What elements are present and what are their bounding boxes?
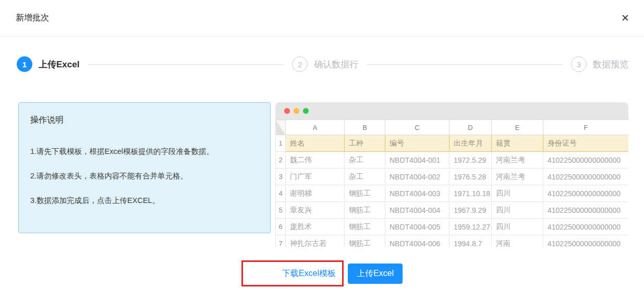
table-row: 6 庞胜术 钢筋工 NBDT4004-005 1959.12.27 四川 410…: [276, 219, 629, 235]
column-letter: D: [449, 120, 492, 135]
header-cell: 身份证号: [543, 135, 629, 152]
table-row: 5 章友兴 钢筋工 NBDT4004-004 1967.9.29 四川 4102…: [276, 202, 629, 219]
cell: 钢筋工: [345, 202, 385, 219]
cell: NBDT4004-003: [385, 185, 449, 202]
instructions-heading: 操作说明: [30, 115, 259, 126]
table-row: 4 谢明梯 钢筋工 NBDT4004-003 1971.10.18 四川 410…: [276, 185, 629, 202]
cell: 杂工: [345, 152, 385, 169]
cell: 410225000000000000: [543, 235, 629, 248]
row-number: 1: [276, 135, 286, 152]
instruction-item: 1.请先下载模板，根据Excel模板提供的字段准备数据。: [30, 147, 259, 157]
cell: 1994.8.7: [449, 235, 492, 248]
stepper: 1 上传Excel 2 确认数据行 3 数据预览: [17, 56, 628, 72]
column-letter: E: [492, 120, 543, 135]
cell: 河南: [492, 235, 543, 248]
close-icon[interactable]: ✕: [619, 11, 631, 25]
step-connector: [88, 64, 284, 65]
header-cell: 出生年月: [449, 135, 492, 152]
step-1-label: 上传Excel: [39, 58, 79, 70]
cell: 庞胜术: [286, 219, 345, 235]
cell: 河南兰考: [492, 169, 543, 185]
cell: 四川: [492, 185, 543, 202]
cell: 钢筋工: [345, 235, 385, 248]
cell: NBDT4004-002: [385, 169, 449, 185]
step-connector: [367, 64, 563, 65]
instruction-item: 2.请勿修改表头，表格内容不能有合并单元格。: [30, 171, 259, 181]
cell: NBDT4004-004: [385, 202, 449, 219]
dialog-header: 新增批次 ✕: [0, 0, 644, 37]
table-row: 3 门广军 杂工 NBDT4004-002 1976.5.28 河南兰考 410…: [276, 169, 629, 185]
step-upload-excel: 1 上传Excel: [17, 56, 79, 72]
cell: 410225000000000000: [543, 152, 629, 169]
header-cell: 籍贯: [492, 135, 543, 152]
dialog-footer: 下载Excel模板 上传Excel: [0, 260, 644, 286]
upload-excel-button[interactable]: 上传Excel: [348, 264, 403, 284]
instructions-panel: 操作说明 1.请先下载模板，根据Excel模板提供的字段准备数据。 2.请勿修改…: [18, 102, 271, 233]
header-cell: 编号: [385, 135, 449, 152]
cell: 神扎尔古若: [286, 235, 345, 248]
step-2-circle: 2: [292, 56, 308, 72]
red-highlight-box: 下载Excel模板: [241, 260, 344, 286]
download-excel-template-button[interactable]: 下载Excel模板: [277, 264, 341, 283]
column-letter: C: [385, 120, 449, 135]
instruction-item: 3.数据添加完成后，点击上传EXCEL。: [30, 196, 259, 206]
cell: 杂工: [345, 169, 385, 185]
row-number: 2: [276, 152, 286, 169]
cell: 魏二伟: [286, 152, 345, 169]
row-number: 3: [276, 169, 286, 185]
select-all-corner: [276, 120, 286, 135]
step-2-label: 确认数据行: [314, 58, 358, 70]
cell: 河南兰考: [492, 152, 543, 169]
cell: 410225000000000000: [543, 169, 629, 185]
window-dot-green-icon: [303, 108, 309, 114]
table-row: 7 神扎尔古若 钢筋工 NBDT4004-006 1994.8.7 河南 410…: [276, 235, 629, 248]
cell: 1976.5.28: [449, 169, 492, 185]
dialog-title: 新增批次: [16, 13, 49, 23]
row-number: 5: [276, 202, 286, 219]
step-3-label: 数据预览: [593, 58, 628, 70]
cell: 1972.5.29: [449, 152, 492, 169]
column-letter: F: [543, 120, 629, 135]
cell: 1967.9.29: [449, 202, 492, 219]
step-3-circle: 3: [571, 56, 587, 72]
header-cell: 工种: [345, 135, 385, 152]
dialog-content: 操作说明 1.请先下载模板，根据Excel模板提供的字段准备数据。 2.请勿修改…: [18, 102, 628, 247]
cell: 钢筋工: [345, 185, 385, 202]
table-row: 2 魏二伟 杂工 NBDT4004-001 1972.5.29 河南兰考 410…: [276, 152, 629, 169]
field-header-row: 1 姓名 工种 编号 出生年月 籍贯 身份证号: [276, 135, 629, 152]
cell: NBDT4004-001: [385, 152, 449, 169]
add-batch-dialog: 新增批次 ✕ 1 上传Excel 2 确认数据行 3 数据预览 操作说明 1.请…: [0, 0, 644, 286]
row-number: 7: [276, 235, 286, 248]
cell: NBDT4004-005: [385, 219, 449, 235]
step-1-circle: 1: [17, 56, 32, 72]
excel-table: A B C D E F 1 姓名 工种 编号 出生年月 籍贯 身份证号: [275, 119, 628, 247]
window-dot-yellow-icon: [294, 108, 299, 114]
cell: 门广军: [286, 169, 345, 185]
cell: 410225000000000000: [543, 202, 629, 219]
column-letter: A: [286, 120, 345, 135]
cell: 1971.10.18: [449, 185, 492, 202]
cell: 谢明梯: [286, 185, 345, 202]
column-letter: B: [345, 120, 385, 135]
step-confirm-rows: 2 确认数据行: [292, 56, 358, 72]
cell: NBDT4004-006: [385, 235, 449, 248]
cell: 410225000000000000: [543, 219, 629, 235]
excel-window-titlebar: [275, 102, 628, 119]
column-letters-row: A B C D E F: [276, 120, 629, 135]
row-number: 4: [276, 185, 286, 202]
cell: 410225000000000000: [543, 185, 629, 202]
cell: 四川: [492, 219, 543, 235]
cell: 钢筋工: [345, 219, 385, 235]
cell: 1959.12.27: [449, 219, 492, 235]
excel-preview-image: A B C D E F 1 姓名 工种 编号 出生年月 籍贯 身份证号: [275, 102, 628, 247]
step-data-preview: 3 数据预览: [571, 56, 628, 72]
header-cell: 姓名: [286, 135, 345, 152]
cell: 四川: [492, 202, 543, 219]
row-number: 6: [276, 219, 286, 235]
cell: 章友兴: [286, 202, 345, 219]
window-dot-red-icon: [284, 108, 290, 114]
